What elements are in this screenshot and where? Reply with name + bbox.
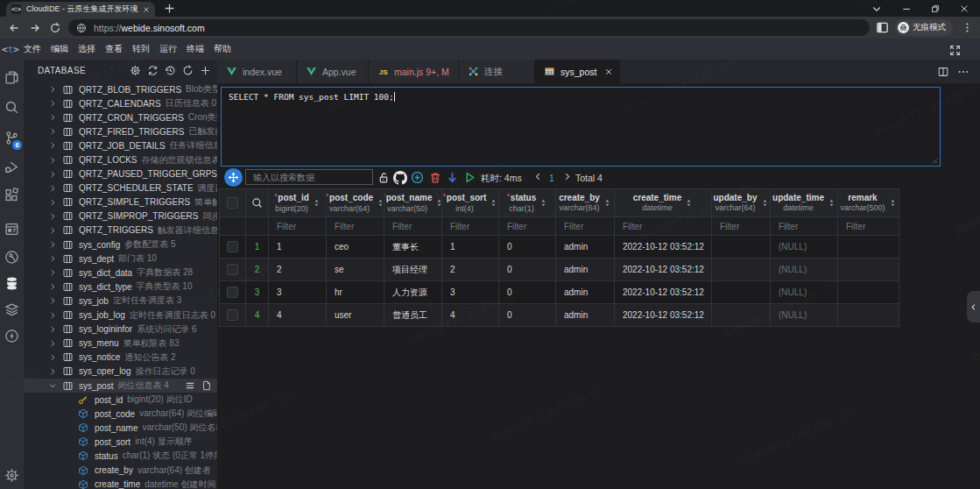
cell-status[interactable]: 0 bbox=[499, 281, 556, 304]
chevron-right-icon[interactable] bbox=[48, 127, 57, 136]
cell-status[interactable]: 0 bbox=[499, 304, 556, 327]
chevron-right-icon[interactable] bbox=[48, 282, 57, 291]
sort-icon[interactable] bbox=[889, 199, 897, 207]
chevron-right-icon[interactable] bbox=[48, 353, 57, 362]
cell-create_time[interactable]: 2022-10-12 03:52:12 bbox=[615, 236, 712, 259]
tab-close-icon[interactable] bbox=[604, 67, 613, 76]
prev-page-icon[interactable] bbox=[533, 172, 543, 181]
window-minimize-button[interactable] bbox=[901, 4, 912, 14]
chevron-right-icon[interactable] bbox=[48, 99, 57, 108]
tree-table-QRTZ_BLOB_TRIGGERS[interactable]: QRTZ_BLOB_TRIGGERSBlob类型的... bbox=[24, 82, 217, 96]
column-header-remark[interactable]: remarkvarchar(500) bbox=[838, 189, 899, 217]
tree-field-post_sort[interactable]: post_sortint(4) 显示顺序 bbox=[24, 435, 217, 449]
chevron-right-icon[interactable] bbox=[48, 113, 57, 122]
filter-cell-post_id[interactable]: Filter bbox=[269, 217, 327, 236]
tree-table-sys_menu[interactable]: sys_menu菜单权限表 83 bbox=[24, 337, 217, 351]
chevron-right-icon[interactable] bbox=[48, 198, 57, 207]
filter-cell-post_sort[interactable]: Filter bbox=[442, 217, 499, 236]
filter-cell-post_name[interactable]: Filter bbox=[384, 217, 442, 236]
sidebar-history-icon[interactable] bbox=[165, 65, 176, 76]
github-icon[interactable] bbox=[392, 170, 407, 185]
cell-remark[interactable] bbox=[838, 236, 899, 259]
column-header-post_code[interactable]: *post_codevarchar(64) bbox=[327, 189, 384, 217]
cell-post_name[interactable]: 普通员工 bbox=[384, 304, 442, 327]
next-page-icon[interactable] bbox=[562, 172, 572, 181]
sort-icon[interactable] bbox=[435, 199, 441, 207]
export-download-icon[interactable] bbox=[445, 170, 460, 185]
editor-tab-index.vue[interactable]: index.vue bbox=[217, 60, 297, 83]
cell-update_by[interactable] bbox=[712, 304, 771, 327]
row-checkbox[interactable] bbox=[220, 259, 246, 281]
cell-update_by[interactable] bbox=[712, 281, 771, 304]
column-header-status[interactable]: *statuschar(1) bbox=[499, 189, 556, 217]
cell-post_code[interactable]: ceo bbox=[327, 236, 384, 259]
browser-tab[interactable]: <t> CloudIDE - 云原生集成开发环境 bbox=[6, 2, 155, 17]
editor-tab-连接[interactable]: 连接 bbox=[459, 60, 535, 83]
sort-icon[interactable] bbox=[603, 199, 611, 207]
chevron-right-icon[interactable] bbox=[48, 339, 57, 348]
chevron-right-icon[interactable] bbox=[48, 296, 57, 305]
tree-table-sys_dict_type[interactable]: sys_dict_type字典类型表 10 bbox=[24, 280, 217, 294]
tree-field-create_by[interactable]: create_byvarchar(64) 创建者 bbox=[24, 464, 217, 478]
menu-item-4[interactable]: 查看 bbox=[101, 43, 128, 55]
window-close-button[interactable] bbox=[959, 4, 969, 14]
manage-gear-icon[interactable] bbox=[4, 467, 20, 484]
chevron-right-icon[interactable] bbox=[48, 226, 57, 235]
column-header-post_sort[interactable]: *post_sortint(4) bbox=[442, 189, 499, 217]
cell-create_time[interactable]: 2022-10-12 03:52:12 bbox=[615, 259, 712, 281]
sort-icon[interactable] bbox=[490, 199, 497, 207]
address-bar[interactable]: https://webide.sinosoft.com bbox=[68, 19, 870, 36]
filter-cell-update_time[interactable]: Filter bbox=[771, 217, 838, 236]
cell-update_time[interactable]: (NULL) bbox=[771, 259, 838, 281]
tree-table-QRTZ_FIRED_TRIGGERS[interactable]: QRTZ_FIRED_TRIGGERS已触发的触... bbox=[24, 124, 217, 138]
cell-update_by[interactable] bbox=[712, 259, 771, 281]
tree-field-status[interactable]: statuschar(1) 状态 (0正常 1停用) bbox=[24, 449, 217, 463]
tree-field-post_code[interactable]: post_codevarchar(64) 岗位编码 bbox=[24, 407, 217, 421]
tree-table-sys_post[interactable]: sys_post岗位信息表 4 bbox=[24, 379, 217, 393]
chevron-right-icon[interactable] bbox=[48, 212, 57, 221]
search-data-input[interactable] bbox=[245, 169, 373, 185]
table-rows-icon[interactable] bbox=[185, 380, 195, 391]
tree-table-sys_job_log[interactable]: sys_job_log定时任务调度日志表 0 bbox=[24, 308, 217, 322]
tree-table-QRTZ_SCHEDULER_STATE[interactable]: QRTZ_SCHEDULER_STATE调度器状... bbox=[24, 181, 217, 195]
move-button[interactable] bbox=[224, 168, 243, 187]
filter-cell-create_by[interactable]: Filter bbox=[556, 217, 615, 236]
cell-create_time[interactable]: 2022-10-12 03:52:12 bbox=[615, 304, 712, 327]
tree-table-sys_logininfor[interactable]: sys_logininfor系统访问记录 6 bbox=[24, 322, 217, 337]
table-row-4[interactable]: 44user普通员工40admin2022-10-12 03:52:12(NUL… bbox=[220, 304, 899, 327]
cell-update_time[interactable]: (NULL) bbox=[771, 236, 838, 259]
page-number[interactable]: 1 bbox=[549, 173, 554, 183]
filter-cell-status[interactable]: Filter bbox=[499, 217, 556, 236]
cell-status[interactable]: 0 bbox=[499, 259, 556, 281]
resize-handle-icon[interactable] bbox=[930, 156, 938, 164]
menu-item-6[interactable]: 运行 bbox=[155, 43, 182, 55]
activity-database-icon[interactable] bbox=[4, 275, 20, 292]
activity-bolt-icon[interactable] bbox=[4, 328, 20, 344]
cell-remark[interactable] bbox=[838, 281, 899, 304]
sidebar-sync-icon[interactable] bbox=[147, 65, 159, 76]
row-checkbox[interactable] bbox=[220, 236, 246, 259]
sort-icon[interactable] bbox=[685, 199, 693, 207]
activity-commit-icon[interactable] bbox=[4, 249, 20, 266]
new-tab-button[interactable] bbox=[164, 3, 175, 14]
cell-create_by[interactable]: admin bbox=[556, 304, 615, 327]
tree-table-sys_oper_log[interactable]: sys_oper_log操作日志记录 0 bbox=[24, 365, 217, 379]
activity-debug-icon[interactable] bbox=[4, 159, 20, 175]
sort-icon[interactable] bbox=[761, 199, 769, 207]
tab-search-icon[interactable] bbox=[871, 4, 882, 14]
cell-post_sort[interactable]: 2 bbox=[442, 259, 499, 281]
cell-post_name[interactable]: 董事长 bbox=[384, 236, 442, 259]
tree-table-sys_dept[interactable]: sys_dept部门表 10 bbox=[24, 252, 217, 266]
tree-table-sys_dict_data[interactable]: sys_dict_data字典数据表 28 bbox=[24, 266, 217, 280]
row-checkbox[interactable] bbox=[220, 281, 246, 304]
tree-table-QRTZ_JOB_DETAILS[interactable]: QRTZ_JOB_DETAILS任务详细信息... bbox=[24, 138, 217, 152]
cell-post_name[interactable]: 项目经理 bbox=[384, 259, 442, 281]
menu-item-5[interactable]: 转到 bbox=[128, 43, 155, 55]
chevron-right-icon[interactable] bbox=[48, 156, 57, 165]
filter-cell-create_time[interactable]: Filter bbox=[615, 217, 712, 236]
lock-icon[interactable] bbox=[376, 170, 391, 185]
row-checkbox[interactable] bbox=[220, 304, 246, 327]
cell-post_sort[interactable]: 4 bbox=[442, 304, 499, 327]
side-panel-icon[interactable] bbox=[876, 21, 889, 34]
tree-table-QRTZ_SIMPLE_TRIGGERS[interactable]: QRTZ_SIMPLE_TRIGGERS简单触发... bbox=[24, 195, 217, 209]
